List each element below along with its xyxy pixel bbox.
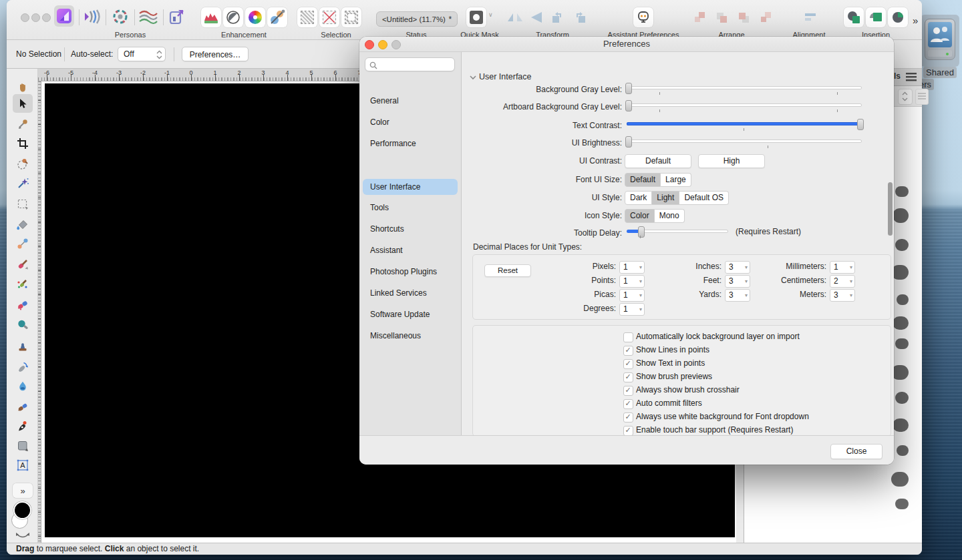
ui-style-dark[interactable]: Dark <box>625 191 652 205</box>
millimeters-decimal-dropdown[interactable]: 1▾ <box>830 261 855 274</box>
selection-hatched-button[interactable] <box>297 7 317 27</box>
swap-colours-icon[interactable] <box>15 532 31 540</box>
panel-stepper[interactable] <box>898 89 913 105</box>
font-ui-size-large[interactable]: Large <box>661 173 691 187</box>
font-ui-size-default[interactable]: Default <box>625 173 661 187</box>
sidebar-item-assistant[interactable]: Assistant <box>370 243 450 258</box>
move-backward-icon[interactable] <box>736 10 752 25</box>
colour-picker-tool[interactable] <box>13 115 33 133</box>
brush-preview[interactable] <box>893 208 909 223</box>
artboard-gray-slider[interactable] <box>627 103 862 107</box>
brush-preview[interactable] <box>897 445 909 456</box>
window-zoom-button[interactable] <box>42 13 51 22</box>
auto-select-dropdown[interactable]: Off <box>118 47 166 61</box>
auto-levels-button[interactable] <box>201 7 221 27</box>
shape-tool[interactable] <box>13 437 33 455</box>
preferences-button[interactable]: Preferences… <box>182 47 249 61</box>
brush-preview[interactable] <box>893 316 909 330</box>
section-disclosure-icon[interactable] <box>470 75 476 80</box>
paint-brush-tool[interactable] <box>13 255 33 274</box>
auto-contrast-button[interactable] <box>223 7 243 27</box>
rotate-counterclockwise-icon[interactable] <box>550 9 566 25</box>
assistant-preferences-button[interactable] <box>633 7 653 27</box>
marquee-tool[interactable] <box>13 195 33 214</box>
dialog-scrollbar[interactable] <box>888 182 893 236</box>
checkbox-text-points[interactable] <box>623 359 633 369</box>
quick-mask-button[interactable] <box>466 7 486 27</box>
dialog-titlebar[interactable]: Preferences <box>359 37 894 52</box>
checkbox-lock-background[interactable] <box>623 332 633 342</box>
photo-persona-button[interactable] <box>54 5 74 27</box>
window-close-button[interactable] <box>21 13 29 22</box>
sidebar-item-miscellaneous[interactable]: Miscellaneous <box>370 328 450 343</box>
degrees-decimal-dropdown[interactable]: 1▾ <box>619 303 645 316</box>
crop-tool[interactable] <box>13 134 33 153</box>
brush-preview[interactable] <box>895 499 909 509</box>
ui-brightness-slider-thumb[interactable] <box>625 136 632 148</box>
develop-persona-icon[interactable] <box>112 8 129 25</box>
flood-select-tool[interactable] <box>13 174 33 193</box>
export-persona-icon[interactable] <box>168 8 186 25</box>
text-contrast-slider-thumb[interactable] <box>857 119 864 130</box>
brush-preview[interactable] <box>897 294 909 305</box>
sidebar-item-tools[interactable]: Tools <box>370 200 450 215</box>
sidebar-item-user-interface[interactable]: User Interface <box>370 180 450 194</box>
sidebar-item-color[interactable]: Color <box>370 115 450 129</box>
blur-tool[interactable] <box>13 377 33 396</box>
colour-swatches[interactable] <box>11 501 35 531</box>
brush-preview[interactable] <box>893 418 909 432</box>
checkbox-brush-crosshair[interactable] <box>623 386 633 396</box>
ui-contrast-high-button[interactable]: High <box>698 154 765 168</box>
selection-brush-tool[interactable] <box>13 154 33 173</box>
panel-menu-icon[interactable] <box>906 73 917 81</box>
alignment-icon[interactable] <box>804 11 818 23</box>
undo-brush-tool[interactable] <box>13 357 33 376</box>
artboard-gray-slider-thumb[interactable] <box>625 100 632 111</box>
icon-style-mono[interactable]: Mono <box>655 209 685 223</box>
sidebar-item-linked-services[interactable]: Linked Services <box>370 286 450 300</box>
toolbar-overflow-chevron[interactable]: » <box>913 15 918 26</box>
move-to-back-icon[interactable] <box>758 10 774 25</box>
insert-behind-button[interactable] <box>844 7 864 27</box>
move-to-front-icon[interactable] <box>692 10 708 25</box>
checkbox-white-font-dropdown[interactable] <box>623 412 633 423</box>
pen-tool[interactable] <box>13 417 33 436</box>
centimeters-decimal-dropdown[interactable]: 2▾ <box>830 275 855 288</box>
shared-computer-icon[interactable] <box>921 15 959 67</box>
deselect-button[interactable] <box>319 7 339 27</box>
background-gray-slider[interactable] <box>627 86 862 89</box>
more-tools[interactable]: » <box>13 483 33 498</box>
checkbox-brush-previews[interactable] <box>623 372 633 382</box>
quick-mask-dropdown-chevron[interactable]: ∨ <box>488 11 493 18</box>
panel-tab-fragment[interactable]: ls <box>894 71 901 81</box>
sidebar-item-general[interactable]: General <box>370 93 450 108</box>
brush-preview[interactable] <box>895 338 909 349</box>
checkbox-lines-points[interactable] <box>623 346 633 356</box>
sponge-tool[interactable] <box>13 316 33 334</box>
rotate-clockwise-icon[interactable] <box>572 9 588 25</box>
sidebar-item-photoshop-plugins[interactable]: Photoshop Plugins <box>370 264 450 279</box>
meters-decimal-dropdown[interactable]: 3▾ <box>830 289 855 302</box>
ui-style-default-os[interactable]: Default OS <box>679 191 729 205</box>
ui-brightness-slider[interactable] <box>627 139 862 143</box>
sidebar-item-shortcuts[interactable]: Shortcuts <box>370 222 450 236</box>
insert-inside-button[interactable] <box>888 7 908 27</box>
tooltip-delay-slider-thumb[interactable] <box>638 226 645 238</box>
brush-preview[interactable] <box>895 186 909 197</box>
flip-horizontal-icon[interactable] <box>506 9 524 25</box>
text-contrast-slider[interactable] <box>627 122 862 125</box>
auto-white-balance-button[interactable] <box>267 7 287 27</box>
close-button[interactable]: Close <box>830 444 883 459</box>
pixel-tool[interactable] <box>13 295 33 314</box>
icon-style-color[interactable]: Color <box>625 209 655 223</box>
checkbox-touch-bar[interactable] <box>623 426 633 436</box>
ui-style-light[interactable]: Light <box>652 191 679 205</box>
clone-stamp-tool[interactable] <box>13 337 33 356</box>
brush-preview[interactable] <box>895 239 909 251</box>
liquify-persona-icon[interactable] <box>83 8 102 25</box>
prefs-search-input[interactable] <box>365 57 455 71</box>
ui-contrast-default-button[interactable]: Default <box>625 154 691 168</box>
sharpen-tool[interactable] <box>13 397 33 416</box>
auto-colour-button[interactable] <box>245 7 265 27</box>
background-gray-slider-thumb[interactable] <box>625 83 632 94</box>
